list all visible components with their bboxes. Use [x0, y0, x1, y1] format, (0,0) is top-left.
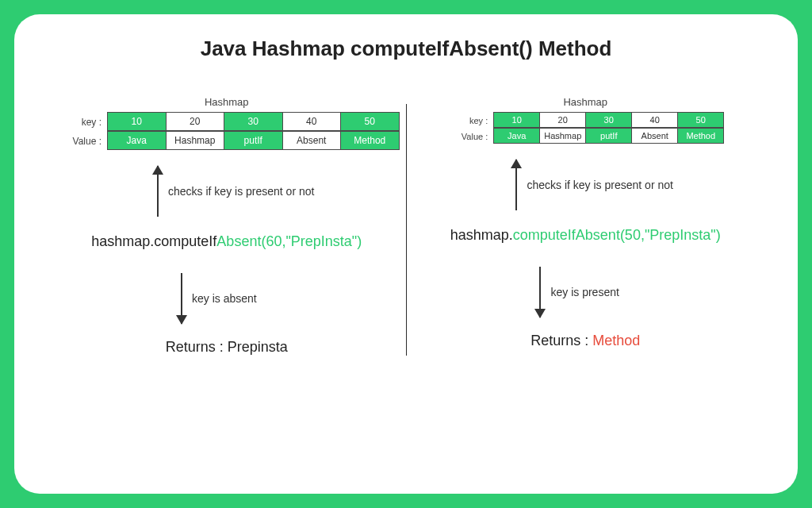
check-text: checks if key is present or not [168, 184, 314, 198]
arrow-down-icon [181, 273, 182, 324]
result-text: key is absent [192, 291, 257, 306]
panel-right: Hashmap key : 10 20 30 40 50 Value : Jav… [412, 96, 758, 356]
code-expression-left: hashmap.computeIfAbsent(60,"PrepInsta") [91, 233, 362, 250]
returns-label: Returns : [166, 339, 228, 355]
table-caption: Hashmap [412, 96, 758, 108]
value-cell: Java [493, 128, 540, 144]
key-cell: 40 [631, 112, 678, 128]
value-cell: Java [107, 131, 167, 150]
key-cell: 20 [539, 112, 586, 128]
hashmap-table-right: Hashmap key : 10 20 30 40 50 Value : Jav… [412, 96, 758, 144]
key-cell: 30 [585, 112, 632, 128]
hashmap-table-left: Hashmap key : 10 20 30 40 50 Value : Jav… [54, 96, 400, 151]
code-prefix: hashmap.computeIf [91, 233, 216, 249]
result-text: key is present [550, 285, 619, 299]
arrow-up-right: checks if key is present or not [515, 154, 672, 216]
panel-left: Hashmap key : 10 20 30 40 50 Value : Jav… [54, 96, 400, 356]
row-label-value: Value : [446, 129, 494, 144]
key-cell: 40 [282, 112, 342, 131]
key-cell: 50 [677, 112, 724, 128]
code-expression-right: hashmap.computeIfAbsent(50,"PrepInsta") [450, 227, 721, 244]
vertical-divider [406, 104, 407, 356]
arrow-up-icon [157, 166, 159, 217]
row-label-key: key : [54, 113, 108, 132]
key-cell: 10 [107, 112, 167, 131]
panels-row: Hashmap key : 10 20 30 40 50 Value : Jav… [30, 96, 782, 356]
arrow-down-left: key is absent [181, 267, 257, 329]
arrow-up-left: checks if key is present or not [157, 160, 314, 222]
value-cell: Absent [282, 131, 342, 150]
check-text: checks if key is present or not [527, 178, 672, 192]
row-label-value: Value : [54, 132, 108, 151]
key-cell: 50 [340, 112, 400, 131]
returns-label: Returns : [530, 333, 592, 348]
value-cell: Method [340, 131, 400, 150]
code-highlight: Absent(60,"PrepInsta") [216, 233, 362, 249]
page-title: Java Hashmap computeIfAbsent() Method [30, 37, 782, 61]
row-label-key: key : [446, 113, 494, 129]
value-cell: putIf [224, 131, 283, 150]
arrow-down-icon [539, 267, 541, 318]
diagram-card: Java Hashmap computeIfAbsent() Method Ha… [14, 14, 798, 494]
returns-value: Prepinsta [228, 339, 288, 355]
returns-right: Returns : Method [530, 333, 640, 349]
table-caption: Hashmap [54, 96, 400, 108]
value-cell: Absent [631, 128, 678, 144]
value-cell: Hashmap [166, 131, 225, 150]
value-cell: Method [677, 128, 724, 144]
arrow-down-right: key is present [539, 261, 619, 323]
key-cell: 10 [493, 112, 540, 128]
key-cell: 30 [224, 112, 283, 131]
value-cell: putIf [585, 128, 632, 144]
key-cell: 20 [166, 112, 225, 131]
value-cell: Hashmap [539, 128, 586, 144]
code-highlight: computeIfAbsent(50,"PrepInsta") [513, 227, 721, 243]
returns-value: Method [592, 333, 640, 348]
arrow-up-icon [515, 160, 517, 210]
returns-left: Returns : Prepinsta [166, 339, 288, 356]
code-prefix: hashmap. [450, 227, 513, 243]
